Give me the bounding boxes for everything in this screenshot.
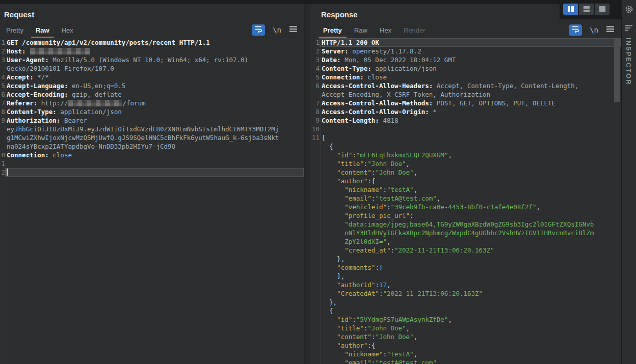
layout-single-button[interactable] <box>595 4 610 15</box>
code-line: "CreatedAt":"2022-11-21T13:06:20.163Z" <box>310 289 621 298</box>
line-number <box>310 220 320 229</box>
code-line: "content":"John Doe", <box>310 168 621 177</box>
line-number: 5 <box>310 73 320 81</box>
show-newlines-button[interactable]: \n <box>273 26 281 34</box>
redacted-text <box>30 48 90 54</box>
window-top-strip <box>0 0 636 4</box>
response-scrollbar-thumb[interactable] <box>614 39 620 102</box>
line-number <box>310 263 320 272</box>
line-number <box>310 332 320 341</box>
line-number: 1 <box>0 38 5 47</box>
line-number: 0 <box>0 151 5 159</box>
single-pane-icon <box>599 6 605 12</box>
line-number <box>0 64 5 73</box>
code-line: 5Connection: close <box>310 73 621 81</box>
inspector-label[interactable]: INSPECTOR <box>625 38 633 86</box>
line-number: 9 <box>310 116 320 125</box>
request-editor[interactable]: 1GET /community/api/v2/community/posts/r… <box>0 38 304 364</box>
inspector-rail[interactable]: INSPECTOR <box>621 0 636 364</box>
line-number: 7 <box>310 99 320 107</box>
tab-render[interactable]: Render <box>398 22 432 38</box>
tab-raw[interactable]: Raw <box>30 22 56 38</box>
code-line: { <box>310 142 621 151</box>
code-line: "comments":[ <box>310 263 621 272</box>
line-number <box>310 298 320 306</box>
line-number <box>310 315 320 324</box>
code-line: 5Accept-Language: en-US,en;q=0.5 <box>0 81 304 90</box>
code-line: 8Content-Type: application/json <box>0 107 304 116</box>
code-line: ZpY2l0dXI=", <box>310 237 621 246</box>
code-line: "id":"mLF6EqFhxkmxSFQF2QUXGM", <box>310 151 621 159</box>
line-number <box>310 324 320 332</box>
code-line: 2Host: <box>0 47 304 55</box>
line-number <box>310 185 320 194</box>
hamburger-menu-icon <box>606 25 615 33</box>
code-line: }, <box>310 298 621 306</box>
code-line: 1HTTP/1.1 200 OK <box>310 38 621 47</box>
word-wrap-toggle-button[interactable] <box>252 24 265 36</box>
line-number: 3 <box>310 55 320 64</box>
code-line: 9Content-Length: 4818 <box>310 116 621 125</box>
code-line: 1 <box>0 159 304 168</box>
rows-icon <box>584 6 590 12</box>
line-number: 7 <box>0 99 5 107</box>
line-number <box>310 281 320 289</box>
code-line: ], <box>310 272 621 281</box>
line-number: 1 <box>0 159 5 168</box>
code-line: 6Access-Control-Allow-Headers: Accept, C… <box>310 81 621 90</box>
line-number: 6 <box>310 81 320 90</box>
line-number: 11 <box>310 133 320 142</box>
tab-raw[interactable]: Raw <box>348 22 374 38</box>
code-line: 9Authorization: Bearer <box>0 116 304 125</box>
tab-pretty[interactable]: Pretty <box>317 22 348 38</box>
code-line: "title":"John Doe", <box>310 324 621 332</box>
line-number <box>310 90 320 99</box>
code-line: 8Access-Control-Allow-Origin: * <box>310 107 621 116</box>
tab-pretty[interactable]: Pretty <box>0 22 30 38</box>
line-number: 8 <box>310 107 320 116</box>
line-number <box>310 358 320 364</box>
line-number: 3 <box>0 55 5 64</box>
line-number: 4 <box>0 73 5 81</box>
editor-menu-button[interactable] <box>289 25 298 35</box>
code-line: "created_at":"2022-11-21T13:06:20.163Z" <box>310 246 621 255</box>
code-line: "content":"John Doe", <box>310 332 621 341</box>
code-line: "author":{ <box>310 341 621 350</box>
line-number: 5 <box>0 81 5 90</box>
code-line: 4Content-Type: application/json <box>310 64 621 73</box>
code-line: 2 <box>0 168 304 177</box>
line-number <box>310 159 320 168</box>
line-number: 10 <box>310 125 320 133</box>
line-number <box>0 133 5 142</box>
code-line: 4Accept: */* <box>0 73 304 81</box>
code-line: 0Connection: close <box>0 151 304 159</box>
code-line: 2Server: openresty/1.17.8.2 <box>310 47 621 55</box>
line-number <box>310 289 320 298</box>
inspector-collapse-icon[interactable] <box>625 24 633 32</box>
response-scrollbar[interactable] <box>614 38 620 364</box>
show-newlines-button[interactable]: \n <box>590 26 598 34</box>
word-wrap-toggle-button[interactable] <box>569 24 582 36</box>
tab-hex[interactable]: Hex <box>374 22 398 38</box>
editor-menu-button[interactable] <box>606 25 615 35</box>
request-panel-title: Request <box>4 10 34 19</box>
code-line: "email":"testA@test.com", <box>310 194 621 203</box>
layout-split-columns-button[interactable] <box>563 4 578 15</box>
line-number <box>310 211 320 220</box>
code-line: "authorid":17, <box>310 281 621 289</box>
tab-hex[interactable]: Hex <box>56 22 80 38</box>
layout-split-rows-button[interactable] <box>579 4 594 15</box>
code-line: 6Accept-Encoding: gzip, deflate <box>0 90 304 99</box>
line-number: 6 <box>0 90 5 99</box>
word-wrap-icon <box>254 25 262 35</box>
request-mini-toolbar: \n <box>252 23 298 37</box>
response-editor[interactable]: 1HTTP/1.1 200 OK2Server: openresty/1.17.… <box>310 38 621 364</box>
line-number: 2 <box>310 47 320 55</box>
line-number: 4 <box>310 64 320 73</box>
response-mini-toolbar: \n <box>569 23 615 37</box>
text-cursor <box>7 169 8 176</box>
line-number <box>310 229 320 237</box>
line-number <box>310 203 320 211</box>
settings-gear-icon[interactable] <box>624 5 634 14</box>
code-line: "nickname":"testA", <box>310 185 621 194</box>
